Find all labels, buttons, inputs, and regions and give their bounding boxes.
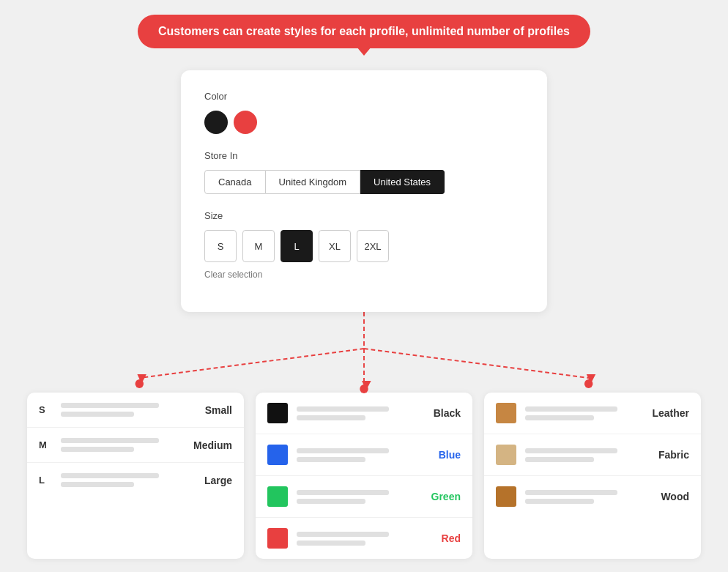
color-black-label: Black: [420, 407, 461, 419]
size-xl[interactable]: XL: [319, 230, 351, 262]
size-s-label: Small: [192, 404, 232, 416]
color-swatch-black-row: [267, 403, 288, 423]
size-label: Size: [204, 210, 524, 221]
line-1: [61, 473, 159, 478]
material-wood-label: Wood: [649, 491, 689, 502]
line-2: [525, 499, 594, 504]
line-2: [297, 457, 365, 462]
color-swatch-red[interactable]: [234, 111, 257, 134]
material-wood-lines: [525, 490, 640, 504]
line-2: [525, 415, 594, 420]
material-swatch-fabric: [496, 445, 516, 465]
store-section: Store In Canada United Kingdom United St…: [204, 150, 524, 194]
connector-area: [27, 305, 701, 393]
size-l-label: Large: [192, 475, 232, 486]
size-row-s: S Small: [27, 393, 244, 428]
material-row-fabric: Fabric: [484, 434, 701, 476]
color-swatch-green-row: [267, 486, 288, 507]
line-1: [297, 532, 389, 537]
clear-selection-button[interactable]: Clear selection: [204, 270, 524, 280]
size-profile-card: S Small M Medium L: [27, 393, 244, 559]
line-1: [297, 490, 389, 495]
size-2xl[interactable]: 2XL: [357, 230, 389, 262]
material-profile-card: Leather Fabric Wood: [484, 393, 701, 559]
color-green-lines: [297, 490, 412, 504]
size-section: Size S M L XL 2XL Clear selection: [204, 210, 524, 280]
color-blue-lines: [297, 448, 412, 462]
store-label: Store In: [204, 150, 524, 161]
size-row-m: M Medium: [27, 428, 244, 463]
banner: Customers can create styles for each pro…: [138, 15, 590, 48]
line-1: [297, 406, 389, 412]
line-1: [297, 448, 389, 453]
material-row-wood: Wood: [484, 476, 701, 517]
size-m-label: Medium: [192, 439, 232, 451]
color-red-label: Red: [420, 532, 461, 544]
line-1: [525, 448, 617, 453]
color-swatch-black[interactable]: [204, 111, 228, 134]
connector-svg: [27, 305, 701, 393]
color-row-black: Black: [256, 393, 472, 434]
size-s[interactable]: S: [204, 230, 237, 262]
size-row-l: L Large: [27, 463, 244, 497]
line-1: [525, 490, 617, 495]
color-black-lines: [297, 406, 412, 420]
store-options: Canada United Kingdom United States: [204, 170, 524, 194]
line-2: [61, 447, 134, 452]
store-uk[interactable]: United Kingdom: [266, 170, 361, 194]
size-l[interactable]: L: [281, 230, 313, 262]
size-l-lines: [61, 473, 183, 487]
main-container: Customers can create styles for each pro…: [12, 0, 716, 572]
color-row-red: Red: [256, 518, 472, 559]
color-profile-card: Black Blue Green: [256, 393, 472, 559]
line-1: [61, 438, 159, 443]
color-blue-label: Blue: [420, 449, 461, 461]
size-letter-m: M: [39, 439, 52, 450]
line-2: [297, 541, 365, 546]
material-swatch-wood: [496, 486, 516, 507]
size-letter-s: S: [39, 404, 52, 415]
color-swatch-blue-row: [267, 445, 288, 465]
color-swatch-red-row: [267, 528, 288, 549]
svg-line-4: [364, 349, 589, 378]
color-row-blue: Blue: [256, 434, 472, 476]
line-2: [297, 415, 365, 420]
size-s-lines: [61, 403, 183, 417]
banner-text: Customers can create styles for each pro…: [158, 25, 570, 37]
size-letter-l: L: [39, 475, 52, 486]
store-canada[interactable]: Canada: [204, 170, 266, 194]
svg-point-9: [360, 385, 368, 393]
material-fabric-lines: [525, 448, 640, 462]
line-1: [525, 406, 617, 412]
line-2: [525, 457, 594, 462]
color-green-label: Green: [420, 491, 461, 502]
size-m-lines: [61, 438, 183, 452]
material-row-leather: Leather: [484, 393, 701, 434]
color-label: Color: [204, 91, 524, 102]
color-row-green: Green: [256, 476, 472, 518]
store-us[interactable]: United States: [360, 170, 445, 194]
line-1: [61, 403, 159, 408]
size-options: S M L XL 2XL: [204, 230, 524, 262]
svg-point-10: [584, 379, 593, 388]
bottom-cards: S Small M Medium L: [27, 393, 701, 559]
size-m[interactable]: M: [242, 230, 275, 262]
svg-line-2: [139, 349, 364, 378]
line-2: [61, 482, 134, 487]
material-swatch-leather: [496, 403, 516, 423]
material-leather-lines: [525, 406, 640, 420]
color-swatches: [204, 111, 524, 134]
color-red-lines: [297, 532, 412, 546]
line-2: [61, 412, 134, 417]
line-2: [297, 499, 365, 504]
material-fabric-label: Fabric: [649, 449, 689, 461]
color-section: Color: [204, 91, 524, 134]
product-card: Color Store In Canada United Kingdom Uni…: [181, 70, 547, 312]
material-leather-label: Leather: [649, 407, 689, 419]
svg-point-8: [135, 379, 144, 388]
